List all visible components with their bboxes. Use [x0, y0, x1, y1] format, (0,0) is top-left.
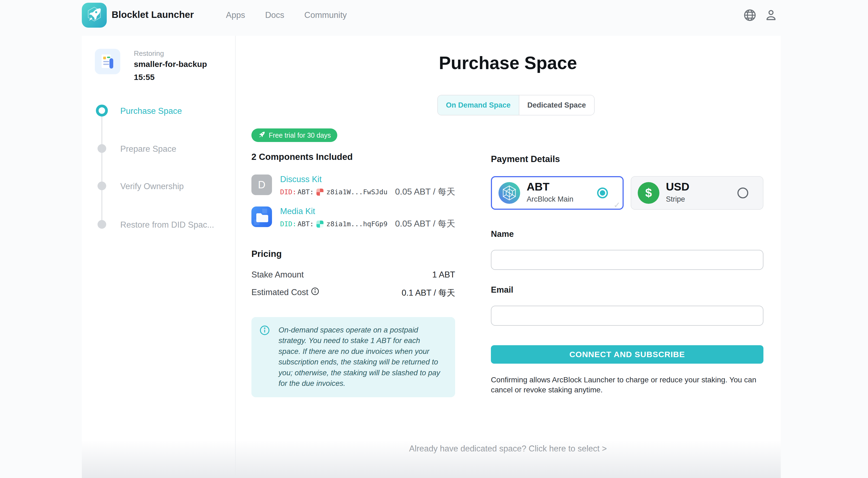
email-input[interactable]	[491, 306, 764, 326]
estimated-cost-label: Estimated Cost	[251, 287, 319, 298]
nav-docs[interactable]: Docs	[265, 10, 284, 20]
did-chain: ABT:	[298, 220, 314, 228]
payment-method-usd[interactable]: $ USD Stripe	[631, 176, 764, 210]
media-kit-icon	[251, 207, 272, 227]
did-avatar-icon	[316, 220, 323, 228]
step-prepare-space[interactable]: Prepare Space	[120, 144, 176, 154]
step-restore-did-space[interactable]: Restore from DID Spac...	[120, 220, 214, 230]
stake-amount-value: 1 ABT	[374, 270, 455, 280]
payment-details-heading: Payment Details	[491, 154, 560, 164]
globe-icon[interactable]	[743, 8, 757, 22]
rocket-icon	[258, 130, 266, 140]
stake-amount-label: Stake Amount	[251, 270, 304, 280]
discuss-kit-did: DID: ABT: z8ia1W...FwSJdu	[280, 188, 388, 196]
postpaid-notice-text: On-demand spaces operate on a postpaid s…	[279, 325, 443, 389]
sidebar-divider	[235, 36, 236, 478]
step-indicator	[97, 220, 106, 229]
step-verify-ownership[interactable]: Verify Ownership	[120, 182, 184, 191]
tab-on-demand-space[interactable]: On Demand Space	[438, 95, 519, 115]
connect-subscribe-button[interactable]: CONNECT AND SUBSCRIBE	[491, 345, 764, 364]
estimated-cost-value: 0.1 ABT / 每天	[374, 287, 455, 299]
stepper-connector	[101, 117, 102, 220]
did-avatar-icon	[316, 188, 323, 196]
media-kit-link[interactable]: Media Kit	[280, 207, 315, 216]
app-title: Blocklet Launcher	[112, 9, 194, 20]
did-prefix: DID:	[280, 220, 297, 228]
app-logo[interactable]	[82, 3, 107, 28]
backup-icon	[95, 49, 120, 74]
dollar-icon: $	[638, 182, 659, 204]
backup-name: smaller-for-backup	[134, 60, 207, 69]
rocket-icon	[86, 6, 102, 24]
estimated-cost-text: Estimated Cost	[251, 288, 308, 297]
discuss-kit-letter: D	[258, 179, 265, 191]
discuss-kit-price: 0.05 ABT / 每天	[374, 186, 455, 198]
abt-radio[interactable]	[597, 187, 608, 198]
tab-dedicated-space[interactable]: Dedicated Space	[519, 95, 594, 115]
dedicated-space-link[interactable]: Already have dedicated space? Click here…	[235, 444, 781, 454]
info-icon[interactable]	[311, 287, 319, 298]
top-nav: Apps Docs Community	[226, 0, 347, 30]
staking-disclaimer: Confirming allows ArcBlock Launcher to c…	[491, 375, 764, 395]
did-chain: ABT:	[298, 188, 314, 196]
media-kit-did: DID: ABT: z8ia1m...hqFGp9	[280, 220, 388, 228]
discuss-kit-link[interactable]: Discuss Kit	[280, 175, 321, 184]
step-indicator	[97, 144, 106, 153]
step-indicator	[97, 182, 106, 190]
step-indicator-active	[96, 104, 108, 117]
step-purchase-space[interactable]: Purchase Space	[120, 106, 182, 116]
name-label: Name	[491, 229, 514, 239]
backup-time: 15:55	[134, 72, 155, 82]
components-heading: 2 Components Included	[251, 152, 353, 162]
usd-provider-label: Stripe	[666, 195, 685, 204]
backup-status: Restoring	[134, 49, 164, 58]
did-prefix: DID:	[280, 188, 297, 196]
payment-method-abt[interactable]: ABT ArcBlock Main ✓	[491, 176, 624, 210]
page: Blocklet Launcher Apps Docs Community	[0, 0, 868, 478]
usd-currency-label: USD	[666, 180, 689, 193]
nav-apps[interactable]: Apps	[226, 10, 245, 20]
media-kit-price: 0.05 ABT / 每天	[374, 218, 455, 230]
usd-radio[interactable]	[737, 187, 748, 198]
nav-community[interactable]: Community	[304, 10, 347, 20]
free-trial-label: Free trial for 30 days	[269, 131, 331, 139]
account-icon[interactable]	[764, 8, 778, 22]
abt-provider-label: ArcBlock Main	[527, 195, 574, 204]
free-trial-badge: Free trial for 30 days	[251, 128, 337, 142]
page-title: Purchase Space	[235, 53, 781, 73]
selected-check-icon: ✓	[614, 200, 620, 210]
arcblock-logo-icon	[498, 182, 520, 206]
name-input[interactable]	[491, 250, 764, 270]
info-icon	[259, 325, 270, 338]
email-label: Email	[491, 285, 514, 295]
abt-currency-label: ABT	[527, 180, 550, 193]
discuss-kit-icon: D	[251, 175, 272, 195]
pricing-heading: Pricing	[251, 249, 282, 259]
space-type-tabs: On Demand Space Dedicated Space	[437, 95, 595, 115]
